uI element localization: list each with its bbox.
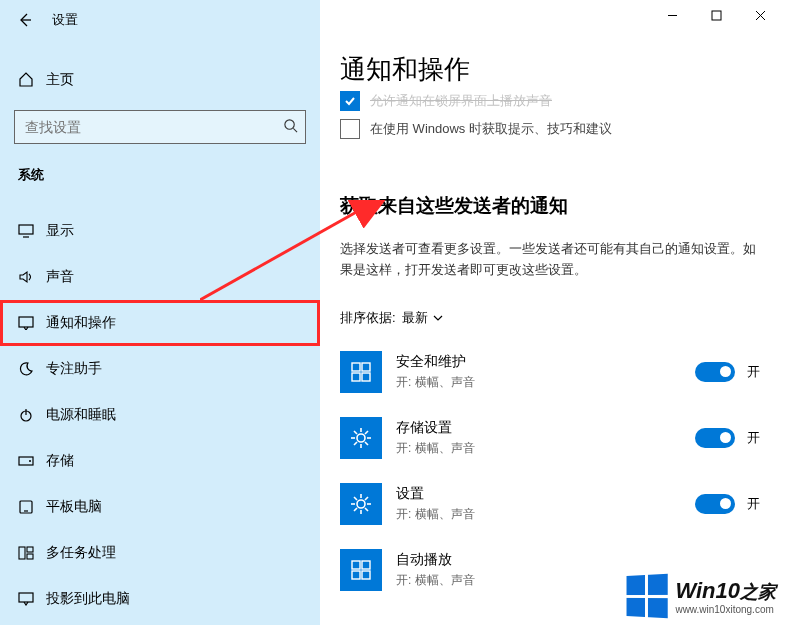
toggle-label: 开: [747, 363, 760, 381]
content-pane: 通知和操作 允许通知在锁屏界面上播放声音 在使用 Windows 时获取提示、技…: [320, 0, 788, 625]
watermark-url: www.win10xitong.com: [675, 604, 776, 615]
svg-line-38: [354, 497, 357, 500]
minimize-button[interactable]: [650, 0, 694, 30]
sidebar-item-focus[interactable]: 专注助手: [0, 346, 320, 392]
section-description: 选择发送者可查看更多设置。一些发送者还可能有其自己的通知设置。如果是这样，打开发…: [340, 239, 768, 281]
watermark: Win10之家 www.win10xitong.com: [625, 575, 776, 617]
titlebar: 设置: [0, 0, 320, 40]
watermark-suffix: 之家: [740, 582, 776, 602]
tablet-icon: [18, 500, 46, 514]
sender-sub: 开: 横幅、声音: [396, 506, 695, 523]
sender-toggle[interactable]: 开: [695, 494, 760, 514]
toggle-on-icon: [695, 494, 735, 514]
svg-point-24: [357, 434, 365, 442]
multitask-icon: [18, 546, 46, 560]
svg-rect-3: [19, 225, 33, 234]
sender-row[interactable]: 存储设置 开: 横幅、声音 开: [340, 405, 768, 471]
svg-rect-17: [712, 11, 721, 20]
sidebar-item-label: 平板电脑: [46, 498, 102, 516]
sender-name: 存储设置: [396, 419, 695, 437]
svg-line-30: [365, 442, 368, 445]
svg-rect-21: [362, 363, 370, 371]
svg-rect-45: [362, 571, 370, 579]
autoplay-icon: [340, 549, 382, 591]
home-label: 主页: [46, 71, 74, 89]
toggle-label: 开: [747, 495, 760, 513]
svg-rect-44: [352, 571, 360, 579]
checkbox-unchecked-icon: [340, 119, 360, 139]
notification-icon: [18, 316, 46, 330]
svg-line-41: [365, 497, 368, 500]
display-icon: [18, 224, 46, 238]
security-icon: [340, 351, 382, 393]
svg-rect-23: [362, 373, 370, 381]
sort-row: 排序依据: 最新: [340, 309, 768, 327]
svg-rect-42: [352, 561, 360, 569]
close-button[interactable]: [738, 0, 782, 30]
svg-line-40: [354, 508, 357, 511]
gear-icon: [340, 417, 382, 459]
sender-sub: 开: 横幅、声音: [396, 374, 695, 391]
moon-icon: [18, 361, 46, 377]
sound-icon: [18, 270, 46, 284]
sidebar-item-label: 投影到此电脑: [46, 590, 130, 608]
back-button[interactable]: [8, 3, 42, 37]
maximize-button[interactable]: [694, 0, 738, 30]
svg-rect-5: [19, 317, 33, 327]
sidebar-item-notifications[interactable]: 通知和操作: [0, 300, 320, 346]
sender-row[interactable]: 安全和维护 开: 横幅、声音 开: [340, 339, 768, 405]
svg-rect-43: [362, 561, 370, 569]
checkbox-label: 允许通知在锁屏界面上播放声音: [370, 92, 552, 110]
svg-rect-14: [27, 554, 33, 559]
svg-point-1: [285, 120, 294, 129]
arrow-left-icon: [17, 12, 33, 28]
page-title: 通知和操作: [340, 52, 768, 87]
sidebar-item-multitask[interactable]: 多任务处理: [0, 530, 320, 576]
watermark-brand: Win10: [675, 578, 740, 603]
sender-list: 安全和维护 开: 横幅、声音 开 存储设置 开: 横幅、声音 开: [340, 339, 768, 603]
sidebar-item-storage[interactable]: 存储: [0, 438, 320, 484]
search-field[interactable]: [14, 110, 306, 144]
svg-point-33: [357, 500, 365, 508]
checkbox-checked-icon: [340, 91, 360, 111]
svg-line-29: [354, 431, 357, 434]
window-controls: [650, 0, 782, 30]
sidebar-item-tablet[interactable]: 平板电脑: [0, 484, 320, 530]
sender-name: 设置: [396, 485, 695, 503]
svg-line-31: [354, 442, 357, 445]
checkbox-row-2[interactable]: 在使用 Windows 时获取提示、技巧和建议: [340, 119, 768, 139]
svg-line-39: [365, 508, 368, 511]
sender-text: 设置 开: 横幅、声音: [396, 485, 695, 523]
project-icon: [18, 592, 46, 606]
power-icon: [18, 407, 46, 423]
sender-text: 存储设置 开: 横幅、声音: [396, 419, 695, 457]
search-input[interactable]: [14, 110, 306, 144]
svg-rect-20: [352, 363, 360, 371]
sidebar-item-display[interactable]: 显示: [0, 208, 320, 254]
search-icon: [283, 118, 298, 136]
svg-rect-13: [27, 547, 33, 552]
sidebar-item-label: 电源和睡眠: [46, 406, 116, 424]
checkbox-row-1[interactable]: 允许通知在锁屏界面上播放声音: [340, 91, 768, 111]
sort-value: 最新: [402, 309, 428, 327]
sort-dropdown[interactable]: 最新: [402, 309, 444, 327]
sidebar-item-projecting[interactable]: 投影到此电脑: [0, 576, 320, 622]
svg-line-32: [365, 431, 368, 434]
chevron-down-icon: [432, 312, 444, 324]
svg-line-2: [293, 128, 297, 132]
sidebar-item-label: 多任务处理: [46, 544, 116, 562]
toggle-on-icon: [695, 362, 735, 382]
windows-logo-icon: [627, 574, 668, 618]
sidebar-item-power[interactable]: 电源和睡眠: [0, 392, 320, 438]
sidebar-item-sound[interactable]: 声音: [0, 254, 320, 300]
svg-point-9: [29, 460, 31, 462]
toggle-label: 开: [747, 429, 760, 447]
sender-toggle[interactable]: 开: [695, 362, 760, 382]
sidebar-item-label: 通知和操作: [46, 314, 116, 332]
sender-toggle[interactable]: 开: [695, 428, 760, 448]
sender-name: 自动播放: [396, 551, 768, 569]
storage-icon: [18, 455, 46, 467]
sidebar-item-label: 声音: [46, 268, 74, 286]
sender-row[interactable]: 设置 开: 横幅、声音 开: [340, 471, 768, 537]
sidebar-item-home[interactable]: 主页: [0, 60, 320, 100]
